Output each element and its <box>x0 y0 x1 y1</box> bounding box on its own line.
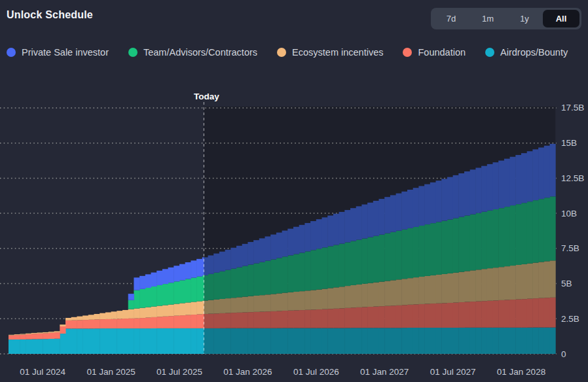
legend: Private Sale investorTeam/Advisors/Contr… <box>0 29 588 59</box>
series-band-airdrops-bounty <box>9 328 556 354</box>
legend-label: Foundation <box>418 47 466 58</box>
page-title: Unlock Schedule <box>7 9 93 21</box>
unlock-schedule-card: Unlock Schedule 7d1m1yAll Private Sale i… <box>0 0 588 382</box>
legend-dot-icon <box>128 48 138 57</box>
x-axis-label-01-jul-2025: 01 Jul 2025 <box>156 367 202 377</box>
legend-label: Ecosystem incentives <box>292 47 383 58</box>
y-axis-label-12.5B: 12.5B <box>561 173 584 183</box>
x-axis-label-01-jul-2024: 01 Jul 2024 <box>20 367 65 377</box>
x-axis-label-01-jul-2026: 01 Jul 2026 <box>293 367 339 377</box>
y-axis-label-15B: 15B <box>561 138 577 148</box>
legend-item-airdrops-bounty[interactable]: Airdrops/Bounty <box>485 46 568 59</box>
legend-label: Airdrops/Bounty <box>500 47 568 58</box>
x-axis-label-01-jan-2025: 01 Jan 2025 <box>86 367 135 377</box>
header: Unlock Schedule 7d1m1yAll <box>0 0 588 29</box>
x-axis-label-01-jul-2027: 01 Jul 2027 <box>430 367 476 377</box>
legend-item-team-advisors-contractors[interactable]: Team/Advisors/Contractors <box>128 46 257 59</box>
range-button-1y[interactable]: 1y <box>506 10 543 27</box>
range-button-all[interactable]: All <box>543 10 579 27</box>
y-axis-label-17.5B: 17.5B <box>561 103 584 113</box>
legend-item-ecosystem-incentives[interactable]: Ecosystem incentives <box>277 46 383 59</box>
unlock-chart: 02.5B5B7.5B10B12.5B15B17.5BToday01 Jul 2… <box>0 92 588 382</box>
y-axis-label-10B: 10B <box>561 209 577 218</box>
today-label: Today <box>194 92 219 101</box>
legend-label: Private Sale investor <box>22 47 109 58</box>
legend-dot-icon <box>485 48 494 57</box>
y-axis-label-5B: 5B <box>561 279 572 288</box>
range-button-7d[interactable]: 7d <box>433 10 469 27</box>
legend-dot-icon <box>277 48 286 57</box>
y-axis-label-7.5B: 7.5B <box>561 243 579 253</box>
y-axis-label-0: 0 <box>561 349 566 359</box>
legend-label: Team/Advisors/Contractors <box>143 47 257 58</box>
x-axis-label-01-jan-2026: 01 Jan 2026 <box>223 367 272 377</box>
x-axis-label-01-jan-2028: 01 Jan 2028 <box>497 367 545 377</box>
legend-item-foundation[interactable]: Foundation <box>403 46 466 59</box>
range-button-1m[interactable]: 1m <box>469 10 506 27</box>
range-selector: 7d1m1yAll <box>431 8 581 29</box>
legend-item-private-sale-investor[interactable]: Private Sale investor <box>7 46 109 59</box>
y-axis-label-2.5B: 2.5B <box>561 314 579 324</box>
legend-dot-icon <box>403 48 412 57</box>
legend-dot-icon <box>7 48 16 57</box>
x-axis-label-01-jan-2027: 01 Jan 2027 <box>360 367 409 377</box>
